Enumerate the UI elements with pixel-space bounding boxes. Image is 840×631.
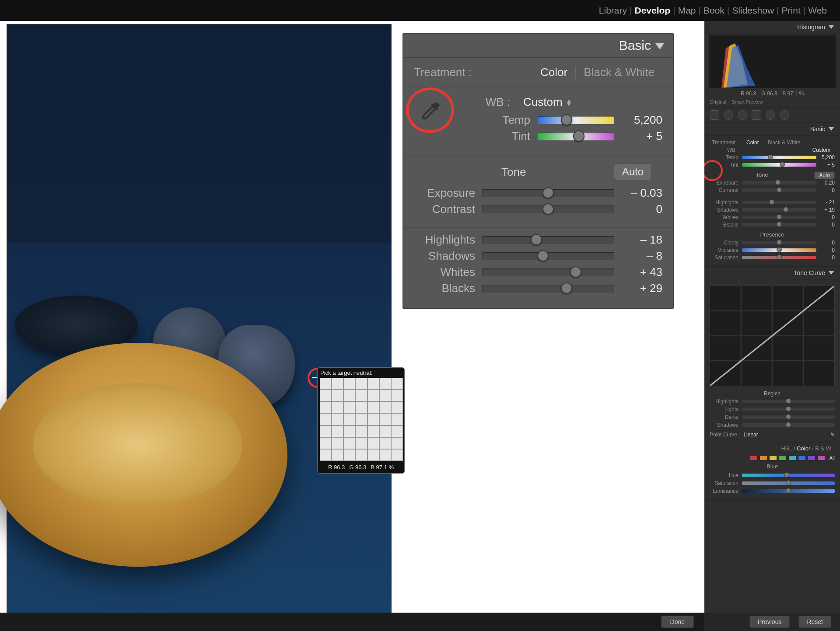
collapse-icon <box>829 271 834 275</box>
chip-blue[interactable] <box>798 455 806 460</box>
chip-aqua[interactable] <box>788 455 796 460</box>
module-develop[interactable]: Develop <box>634 5 670 16</box>
chip-magenta[interactable] <box>817 455 825 460</box>
loupe-title: Pick a target neutral: <box>318 368 404 378</box>
hsl-panel: HSL / Color / B & W All Blue Hue Saturat… <box>704 443 840 501</box>
hsl-tab-bw[interactable]: B & W <box>815 445 831 452</box>
mini-basic-panel: Treatment : Color Black & White WB : Cus… <box>704 136 840 267</box>
basic-panel-enlarged: Basic Treatment : Color Black & White WB… <box>402 33 674 309</box>
annotation-circle-dropper <box>406 87 454 133</box>
chip-purple[interactable] <box>808 455 816 460</box>
mini-highlights-slider[interactable]: Highlights- 21 <box>710 199 835 206</box>
module-web[interactable]: Web <box>808 5 827 16</box>
wb-dropper-tool[interactable] <box>414 95 458 146</box>
mini-vibrance-slider[interactable]: Vibrance0 <box>710 247 835 253</box>
module-library[interactable]: Library <box>599 5 627 16</box>
hsl-luminance-slider[interactable]: Luminance <box>710 488 835 494</box>
treatment-bw[interactable]: Black & White <box>576 66 662 79</box>
hsl-tab-color[interactable]: Color <box>797 445 810 452</box>
mini-treatment-row: Treatment : Color Black & White <box>710 139 835 146</box>
collapse-icon <box>829 25 834 29</box>
previous-button[interactable]: Previous <box>749 616 790 628</box>
mini-shadows-slider[interactable]: Shadows+ 19 <box>710 207 835 213</box>
whites-slider[interactable]: Whites + 43 <box>414 265 662 279</box>
tint-slider[interactable]: Tint + 5 <box>469 129 662 143</box>
mini-basic-header[interactable]: Basic <box>704 123 840 136</box>
done-button[interactable]: Done <box>661 616 694 628</box>
chip-yellow[interactable] <box>769 455 777 460</box>
crop-tool[interactable] <box>710 110 719 120</box>
mini-wb-row[interactable]: WB : Custom <box>710 147 835 153</box>
module-print[interactable]: Print <box>782 5 801 16</box>
region-label: Region <box>710 390 835 397</box>
tc-darks-slider[interactable]: Darks <box>710 414 835 420</box>
mini-tint-slider[interactable]: Tint + 5 <box>710 162 835 168</box>
mini-exposure-slider[interactable]: Exposure- 0.20 <box>710 180 835 186</box>
mini-clarity-slider[interactable]: Clarity0 <box>710 240 835 246</box>
tc-highlights-slider[interactable]: Highlights <box>710 398 835 404</box>
graduated-filter-tool[interactable] <box>752 110 761 120</box>
mini-whites-slider[interactable]: Whites0 <box>710 214 835 220</box>
temp-slider[interactable]: Temp 5,200 <box>469 113 662 127</box>
wb-loupe-tooltip: Pick a target neutral: R 96.3 G 96.3 B 9… <box>317 367 405 474</box>
toolbar-bottom: Done <box>0 613 704 631</box>
highlights-slider[interactable]: Highlights – 18 <box>414 233 662 247</box>
point-curve-row[interactable]: Point Curve : Linear ✎ <box>710 432 835 438</box>
chip-orange[interactable] <box>760 455 767 460</box>
contrast-slider[interactable]: Contrast 0 <box>414 202 662 216</box>
tone-curve-header[interactable]: Tone Curve <box>704 267 840 279</box>
histogram-header[interactable]: Histogram <box>704 21 840 34</box>
auto-tone-button[interactable]: Auto <box>614 164 652 180</box>
exposure-slider[interactable]: Exposure – 0.03 <box>414 186 662 200</box>
chip-green[interactable] <box>779 455 787 460</box>
tone-curve-graph[interactable] <box>710 286 835 386</box>
mini-auto-button[interactable]: Auto <box>814 171 835 179</box>
redeye-tool[interactable] <box>738 110 747 120</box>
reset-button[interactable]: Reset <box>798 616 831 628</box>
hsl-saturation-slider[interactable]: Saturation <box>710 480 835 486</box>
preview-status: Original + Smart Preview <box>704 98 840 107</box>
basic-panel-header[interactable]: Basic <box>403 34 673 58</box>
photo-preview[interactable] <box>7 24 392 614</box>
hsl-hue-slider[interactable]: Hue <box>710 472 835 478</box>
radial-filter-tool[interactable] <box>766 110 775 120</box>
loupe-readout: R 96.3 G 96.3 B 97.1 % <box>318 463 404 473</box>
module-book[interactable]: Book <box>704 5 724 16</box>
shadows-slider[interactable]: Shadows – 8 <box>414 249 662 263</box>
treatment-row: Treatment : Color Black & White <box>403 58 673 87</box>
treatment-color[interactable]: Color <box>532 66 575 79</box>
mini-treatment-bw[interactable]: Black & White <box>763 139 805 146</box>
chip-red[interactable] <box>750 455 758 460</box>
treatment-label: Treatment : <box>414 66 472 79</box>
pencil-icon[interactable]: ✎ <box>830 432 835 438</box>
histogram-display[interactable] <box>709 35 836 88</box>
module-map[interactable]: Map <box>678 5 696 16</box>
mini-presence-header: Presence <box>710 231 835 238</box>
module-slideshow[interactable]: Slideshow <box>732 5 774 16</box>
history-footer: Previous Reset <box>704 613 840 631</box>
hsl-color-chips: All <box>710 455 835 460</box>
mini-saturation-slider[interactable]: Saturation0 <box>710 254 835 261</box>
wb-preset-dropdown[interactable]: Custom ▲▼ <box>523 95 572 109</box>
mini-contrast-slider[interactable]: Contrast0 <box>710 187 835 193</box>
histogram-readout: R 96.3 G 96.3 B 97.1 % <box>704 91 840 97</box>
right-panel-column: Histogram R 96.3 G 96.3 B 97.1 % Origina… <box>704 21 840 631</box>
local-adjust-toolstrip <box>704 107 840 123</box>
blacks-slider[interactable]: Blacks + 29 <box>414 282 662 295</box>
tc-shadows-slider[interactable]: Shadows <box>710 422 835 428</box>
hsl-tabs: HSL / Color / B & W <box>710 445 835 452</box>
loupe-grid <box>320 378 403 461</box>
module-picker: Library| Develop| Map| Book| Slideshow| … <box>599 5 827 16</box>
mini-treatment-color[interactable]: Color <box>742 139 763 146</box>
mini-temp-slider[interactable]: Temp 5,200 <box>710 154 835 160</box>
module-picker-bar: Library| Develop| Map| Book| Slideshow| … <box>0 0 840 21</box>
mini-blacks-slider[interactable]: Blacks0 <box>710 222 835 228</box>
mini-tone-header: Tone Auto <box>710 171 835 178</box>
tc-lights-slider[interactable]: Lights <box>710 406 835 412</box>
hsl-section-blue: Blue <box>710 463 835 470</box>
wb-preset-row: WB : Custom ▲▼ <box>469 95 662 109</box>
adjustment-brush-tool[interactable] <box>780 110 789 120</box>
hsl-all[interactable]: All <box>830 455 835 460</box>
collapse-icon <box>655 43 664 49</box>
spot-removal-tool[interactable] <box>724 110 733 120</box>
